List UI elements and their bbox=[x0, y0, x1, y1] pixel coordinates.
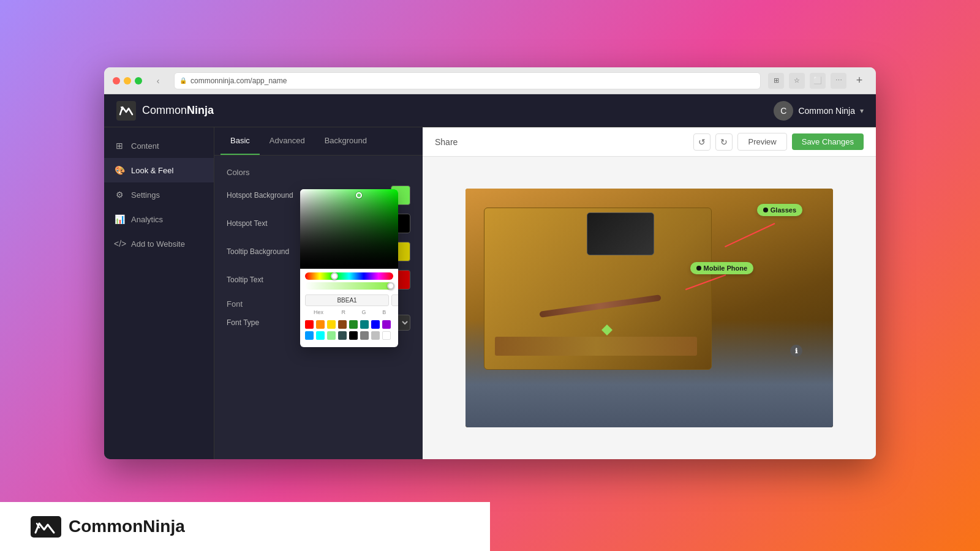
maximize-dot[interactable] bbox=[135, 77, 142, 84]
tooltip-bg-label: Tooltip Background bbox=[227, 247, 289, 256]
sidebar-label-look-feel: Look & Feel bbox=[131, 166, 173, 175]
back-button[interactable]: ‹ bbox=[149, 72, 167, 89]
swatch-darkgreen[interactable] bbox=[349, 320, 358, 329]
swatch-red[interactable] bbox=[305, 320, 314, 329]
editor-content: Colors Hotspot Background Hotspot Text T… bbox=[214, 156, 423, 459]
settings-button[interactable]: ⋯ bbox=[831, 73, 846, 89]
hotspot-glasses[interactable]: Glasses bbox=[757, 204, 802, 216]
swatch-gold[interactable] bbox=[327, 320, 336, 329]
palette-icon: 🎨 bbox=[114, 165, 125, 175]
user-avatar: C bbox=[774, 101, 793, 121]
browser-titlebar: ‹ 🔒 commonninja.com/app_name ⊞ ☆ ⬜ ⋯ + bbox=[104, 67, 876, 94]
r-input[interactable] bbox=[391, 294, 398, 306]
swatch-darkslate[interactable] bbox=[338, 331, 347, 340]
b-label: B bbox=[375, 309, 393, 315]
color-gradient-canvas[interactable] bbox=[300, 189, 398, 269]
swatch-black[interactable] bbox=[349, 331, 358, 340]
hotspot-mobile-phone[interactable]: Mobile Phone bbox=[690, 262, 754, 274]
close-dot[interactable] bbox=[113, 77, 120, 84]
swatch-purple[interactable] bbox=[382, 320, 391, 329]
swatch-silver[interactable] bbox=[371, 331, 380, 340]
gradient-cursor[interactable] bbox=[356, 192, 362, 198]
preview-button[interactable]: Preview bbox=[737, 133, 786, 151]
bottom-logo-text: CommonNinja bbox=[69, 517, 185, 536]
browser-dots bbox=[113, 77, 142, 84]
grid-icon: ⊞ bbox=[114, 141, 125, 151]
hue-slider[interactable] bbox=[305, 272, 393, 280]
sidebar-label-analytics: Analytics bbox=[131, 215, 163, 224]
code-icon: </> bbox=[114, 239, 125, 249]
color-value-row bbox=[300, 292, 398, 309]
sidebar-item-look-feel[interactable]: 🎨 Look & Feel bbox=[104, 158, 214, 182]
bottom-logo-bar: CommonNinja bbox=[0, 502, 490, 551]
share-label: Share bbox=[435, 137, 458, 147]
swatch-lightgreen[interactable] bbox=[327, 331, 336, 340]
extension-button[interactable]: ⊞ bbox=[768, 73, 784, 89]
swatch-gray[interactable] bbox=[360, 331, 369, 340]
swatch-brown[interactable] bbox=[338, 320, 347, 329]
swatch-skyblue[interactable] bbox=[305, 331, 314, 340]
undo-button[interactable]: ↺ bbox=[693, 133, 710, 151]
app-container: CommonNinja C Common Ninja ▾ ⊞ Content bbox=[104, 94, 876, 459]
phone-item bbox=[587, 212, 654, 255]
preview-image-container: Glasses Mobile Phone ℹ bbox=[423, 157, 876, 459]
hex-input[interactable] bbox=[305, 294, 389, 306]
browser-actions: ⊞ ☆ ⬜ ⋯ + bbox=[768, 73, 867, 89]
swatch-orange[interactable] bbox=[316, 320, 325, 329]
tooltip-text-label: Tooltip Text bbox=[227, 276, 263, 284]
font-type-label: Font Type bbox=[227, 318, 259, 327]
save-changes-button[interactable]: Save Changes bbox=[792, 133, 864, 150]
alpha-slider[interactable] bbox=[305, 282, 393, 290]
user-dropdown-arrow[interactable]: ▾ bbox=[860, 107, 864, 115]
r-label: R bbox=[334, 309, 352, 315]
bottom-logo-icon bbox=[31, 516, 61, 538]
browser-nav: ‹ bbox=[149, 72, 167, 89]
hotspot-text-label: Hotspot Text bbox=[227, 219, 267, 228]
header-right: C Common Ninja ▾ bbox=[774, 101, 864, 121]
tab-button[interactable]: ⬜ bbox=[810, 73, 826, 89]
sidebar-item-settings[interactable]: ⚙ Settings bbox=[104, 182, 214, 207]
tab-background[interactable]: Background bbox=[315, 127, 377, 155]
color-labels-row: Hex R G B bbox=[300, 309, 398, 318]
app-logo-text: CommonNinja bbox=[142, 104, 214, 117]
alpha-cursor bbox=[387, 282, 394, 290]
chart-icon: 📊 bbox=[114, 214, 125, 224]
tab-basic[interactable]: Basic bbox=[221, 127, 260, 155]
minimize-dot[interactable] bbox=[124, 77, 131, 84]
swatch-teal[interactable] bbox=[360, 320, 369, 329]
address-bar[interactable]: 🔒 commonninja.com/app_name bbox=[174, 72, 761, 89]
g-label: G bbox=[355, 309, 372, 315]
app-header: CommonNinja C Common Ninja ▾ bbox=[104, 94, 876, 127]
redo-button[interactable]: ↻ bbox=[715, 133, 733, 151]
hotspot-phone-dot bbox=[696, 266, 701, 271]
sidebar-label-settings: Settings bbox=[131, 190, 160, 200]
avatar-initial: C bbox=[780, 106, 786, 116]
preview-image: Glasses Mobile Phone ℹ bbox=[466, 189, 833, 427]
sidebar-item-content[interactable]: ⊞ Content bbox=[104, 133, 214, 158]
user-name: Common Ninja bbox=[798, 106, 855, 116]
url-text: commonninja.com/app_name bbox=[190, 77, 287, 85]
swatch-blue[interactable] bbox=[371, 320, 380, 329]
new-tab-button[interactable]: + bbox=[851, 73, 867, 89]
sidebar-item-add-to-website[interactable]: </> Add to Website bbox=[104, 231, 214, 256]
sidebar: ⊞ Content 🎨 Look & Feel ⚙ Settings 📊 Ana… bbox=[104, 127, 214, 459]
app-body: ⊞ Content 🎨 Look & Feel ⚙ Settings 📊 Ana… bbox=[104, 127, 876, 459]
browser-window: ‹ 🔒 commonninja.com/app_name ⊞ ☆ ⬜ ⋯ + bbox=[104, 67, 876, 459]
hex-label: Hex bbox=[305, 309, 332, 315]
sidebar-label-content: Content bbox=[131, 141, 159, 151]
preview-header: Share ↺ ↻ Preview Save Changes bbox=[423, 127, 876, 157]
preview-actions: ↺ ↻ Preview Save Changes bbox=[693, 133, 864, 151]
editor-panel: Basic Advanced Background Colors Hotspot… bbox=[214, 127, 423, 459]
swatch-white[interactable] bbox=[382, 331, 391, 340]
hotspot-bg-label: Hotspot Background bbox=[227, 191, 293, 200]
tab-advanced[interactable]: Advanced bbox=[260, 127, 315, 155]
swatch-cyan[interactable] bbox=[316, 331, 325, 340]
bookmark-button[interactable]: ☆ bbox=[789, 73, 805, 89]
logo-area: CommonNinja bbox=[116, 101, 214, 121]
sidebar-item-analytics[interactable]: 📊 Analytics bbox=[104, 207, 214, 231]
tab-bar: Basic Advanced Background bbox=[214, 127, 423, 156]
sidebar-label-add-to-website: Add to Website bbox=[131, 239, 185, 249]
color-swatches-grid bbox=[300, 318, 398, 342]
hotspot-glasses-dot bbox=[763, 208, 768, 212]
info-icon[interactable]: ℹ bbox=[790, 345, 802, 357]
